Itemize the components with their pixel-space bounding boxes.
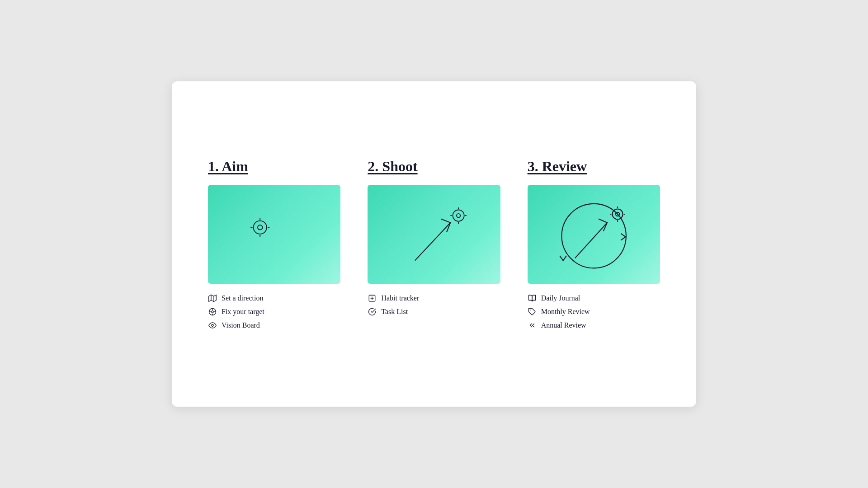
svg-point-17 (453, 210, 464, 221)
review-item-3-label: Annual Review (541, 321, 586, 329)
svg-point-15 (212, 324, 214, 327)
aim-item-3: Vision Board (208, 321, 340, 330)
review-column: 3. Review (528, 158, 660, 330)
aim-column: 1. Aim (208, 158, 340, 330)
review-item-1: Daily Journal (528, 294, 660, 303)
svg-point-18 (457, 213, 460, 217)
aim-title: 1. Aim (208, 158, 340, 175)
check-circle-icon (368, 307, 377, 316)
tag-icon (528, 307, 537, 316)
review-image (528, 185, 660, 284)
main-card: 1. Aim (172, 81, 696, 407)
shoot-item-1: Habit tracker (368, 294, 500, 303)
chevron-double-left-icon (528, 321, 537, 330)
book-open-icon (528, 294, 537, 303)
svg-point-26 (561, 203, 626, 267)
review-item-list: Daily Journal Monthly Review (528, 294, 660, 330)
columns-container: 1. Aim (208, 158, 660, 330)
plus-box-icon (368, 294, 377, 303)
crosshair-icon (208, 307, 217, 316)
shoot-title: 2. Shoot (368, 158, 500, 175)
svg-line-27 (575, 222, 607, 258)
map-icon (208, 294, 217, 303)
svg-point-0 (254, 221, 267, 234)
shoot-item-2: Task List (368, 307, 500, 316)
shoot-item-list: Habit tracker Task List (368, 294, 500, 316)
review-title: 3. Review (528, 158, 660, 175)
svg-point-10 (212, 311, 214, 313)
svg-point-1 (258, 225, 262, 230)
review-item-2-label: Monthly Review (541, 308, 590, 316)
shoot-column: 2. Shoot (368, 158, 500, 317)
aim-item-2-label: Fix your target (222, 308, 264, 316)
svg-line-16 (415, 222, 451, 260)
aim-item-3-label: Vision Board (222, 321, 260, 329)
aim-item-2: Fix your target (208, 307, 340, 316)
svg-marker-6 (209, 295, 217, 302)
aim-item-list: Set a direction Fix your target (208, 294, 340, 330)
aim-image (208, 185, 340, 284)
shoot-item-2-label: Task List (381, 308, 408, 316)
shoot-item-1-label: Habit tracker (381, 294, 419, 302)
review-item-3: Annual Review (528, 321, 660, 330)
aim-item-1: Set a direction (208, 294, 340, 303)
review-item-2: Monthly Review (528, 307, 660, 316)
review-item-1-label: Daily Journal (541, 294, 580, 302)
eye-icon (208, 321, 217, 330)
aim-item-1-label: Set a direction (222, 294, 263, 302)
shoot-image (368, 185, 500, 284)
